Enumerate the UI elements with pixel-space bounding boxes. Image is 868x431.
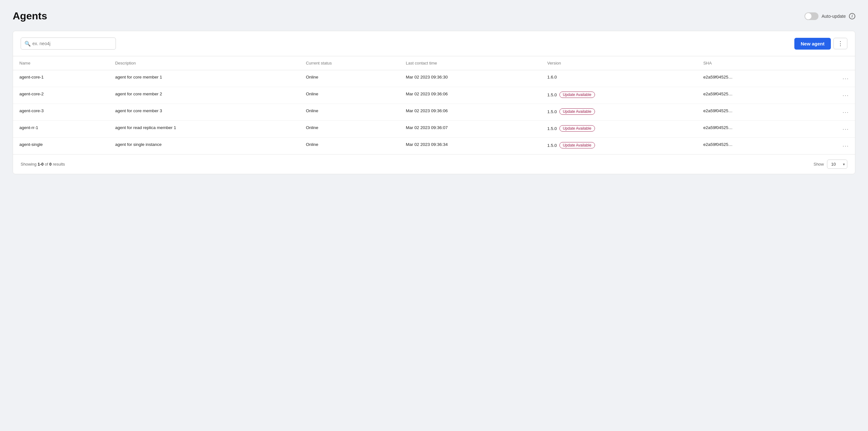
cell-name: agent-core-3 bbox=[13, 104, 109, 121]
cell-last-contact: Mar 02 2023 09:36:06 bbox=[399, 87, 541, 104]
update-available-badge[interactable]: Update Available bbox=[559, 108, 595, 115]
cell-description: agent for core member 3 bbox=[109, 104, 300, 121]
search-icon: 🔍 bbox=[25, 41, 31, 47]
cell-sha: e2a59f04525… bbox=[697, 70, 806, 87]
cell-version: 1.5.0Update Available bbox=[541, 87, 697, 104]
cell-name: agent-single bbox=[13, 138, 109, 154]
cell-name: agent-core-2 bbox=[13, 87, 109, 104]
table-row: agent-core-1agent for core member 1Onlin… bbox=[13, 70, 855, 87]
toolbar: 🔍 New agent ⋮ bbox=[13, 31, 855, 56]
row-actions-button[interactable]: ⋯ bbox=[806, 121, 855, 138]
per-page-select[interactable]: 10 20 50 100 bbox=[827, 160, 847, 169]
update-available-badge[interactable]: Update Available bbox=[559, 91, 595, 98]
row-actions-button[interactable]: ⋯ bbox=[806, 138, 855, 154]
auto-update-toggle[interactable] bbox=[805, 12, 818, 20]
col-header-name: Name bbox=[13, 56, 109, 70]
table-footer: Showing 1-0 of 0 results Show 10 20 50 1… bbox=[13, 154, 855, 174]
version-number: 1.5.0 bbox=[547, 92, 557, 97]
col-header-version: Version bbox=[541, 56, 697, 70]
table-header: Name Description Current status Last con… bbox=[13, 56, 855, 70]
cell-sha: e2a59f04525… bbox=[697, 87, 806, 104]
cell-last-contact: Mar 02 2023 09:36:06 bbox=[399, 104, 541, 121]
per-page-select-wrapper: 10 20 50 100 bbox=[827, 160, 847, 169]
cell-description: agent for single instance bbox=[109, 138, 300, 154]
cell-sha: e2a59f04525… bbox=[697, 138, 806, 154]
cell-status: Online bbox=[300, 87, 399, 104]
cell-status: Online bbox=[300, 121, 399, 138]
info-icon[interactable]: i bbox=[849, 13, 855, 19]
cell-status: Online bbox=[300, 70, 399, 87]
update-available-badge[interactable]: Update Available bbox=[559, 125, 595, 132]
cell-last-contact: Mar 02 2023 09:36:30 bbox=[399, 70, 541, 87]
search-input[interactable] bbox=[21, 37, 116, 50]
version-number: 1.6.0 bbox=[547, 75, 557, 80]
agents-card: 🔍 New agent ⋮ Name Description Current s… bbox=[13, 31, 855, 174]
header-right: Auto-update i bbox=[805, 12, 855, 20]
showing-count: 0 bbox=[49, 162, 52, 167]
cell-last-contact: Mar 02 2023 09:36:07 bbox=[399, 121, 541, 138]
version-number: 1.5.0 bbox=[547, 109, 557, 114]
col-header-actions bbox=[806, 56, 855, 70]
row-actions-button[interactable]: ⋯ bbox=[806, 104, 855, 121]
show-select-wrap: Show 10 20 50 100 bbox=[813, 160, 847, 169]
showing-range: 1-0 bbox=[37, 162, 43, 167]
search-wrapper: 🔍 bbox=[21, 37, 116, 50]
cell-version: 1.5.0Update Available bbox=[541, 138, 697, 154]
cell-version: 1.6.0 bbox=[541, 70, 697, 87]
version-number: 1.5.0 bbox=[547, 126, 557, 131]
cell-status: Online bbox=[300, 104, 399, 121]
row-actions-button[interactable]: ⋯ bbox=[806, 87, 855, 104]
page-title: Agents bbox=[13, 10, 47, 22]
cell-name: agent-core-1 bbox=[13, 70, 109, 87]
col-header-description: Description bbox=[109, 56, 300, 70]
page-header: Agents Auto-update i bbox=[13, 10, 855, 22]
auto-update-label: Auto-update bbox=[822, 14, 846, 19]
update-available-badge[interactable]: Update Available bbox=[559, 142, 595, 148]
table-row: agent-core-2agent for core member 2Onlin… bbox=[13, 87, 855, 104]
show-label: Show bbox=[813, 162, 824, 167]
more-options-button[interactable]: ⋮ bbox=[833, 38, 847, 49]
cell-sha: e2a59f04525… bbox=[697, 121, 806, 138]
new-agent-button[interactable]: New agent bbox=[794, 38, 831, 50]
showing-text: Showing 1-0 of 0 results bbox=[21, 162, 65, 167]
cell-name: agent-rr-1 bbox=[13, 121, 109, 138]
col-header-last-contact: Last contact time bbox=[399, 56, 541, 70]
cell-version: 1.5.0Update Available bbox=[541, 121, 697, 138]
cell-last-contact: Mar 02 2023 09:36:34 bbox=[399, 138, 541, 154]
cell-status: Online bbox=[300, 138, 399, 154]
toolbar-actions: New agent ⋮ bbox=[794, 38, 847, 50]
cell-description: agent for read replica member 1 bbox=[109, 121, 300, 138]
col-header-sha: SHA bbox=[697, 56, 806, 70]
cell-description: agent for core member 2 bbox=[109, 87, 300, 104]
row-actions-button[interactable]: ⋯ bbox=[806, 70, 855, 87]
table-row: agent-core-3agent for core member 3Onlin… bbox=[13, 104, 855, 121]
version-number: 1.5.0 bbox=[547, 143, 557, 148]
col-header-status: Current status bbox=[300, 56, 399, 70]
cell-sha: e2a59f04525… bbox=[697, 104, 806, 121]
cell-version: 1.5.0Update Available bbox=[541, 104, 697, 121]
table-body: agent-core-1agent for core member 1Onlin… bbox=[13, 70, 855, 154]
table-row: agent-rr-1agent for read replica member … bbox=[13, 121, 855, 138]
agents-table: Name Description Current status Last con… bbox=[13, 56, 855, 154]
cell-description: agent for core member 1 bbox=[109, 70, 300, 87]
table-row: agent-singleagent for single instanceOnl… bbox=[13, 138, 855, 154]
